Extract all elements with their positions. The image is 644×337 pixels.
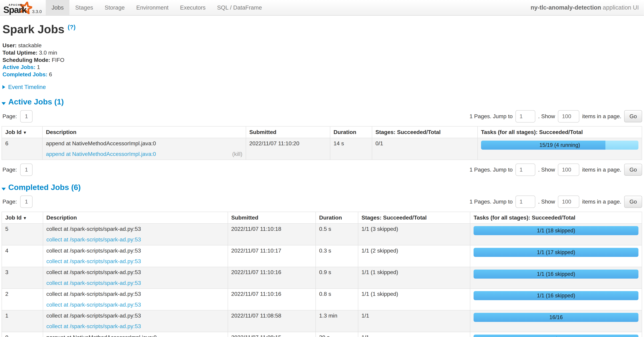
header-stages[interactable]: Stages: Succeeded/Total — [358, 212, 470, 224]
page-number-input[interactable] — [20, 110, 32, 122]
job-id-cell: 2 — [2, 289, 43, 310]
tab-executors[interactable]: Executors — [174, 0, 211, 15]
header-submitted[interactable]: Submitted — [228, 212, 316, 224]
items-per-page-input[interactable] — [558, 164, 579, 176]
jump-to-page-input[interactable] — [516, 164, 535, 176]
main-content: Spark Jobs (?) User: stackable Total Upt… — [0, 22, 644, 337]
table-row: 6 append at NativeMethodAccessorImpl.jav… — [2, 138, 642, 160]
tasks-progress-bar: 15/19 (4 running) — [481, 141, 638, 150]
active-jobs-section-toggle[interactable]: Active Jobs (1) — [2, 97, 642, 106]
jump-to-page-input[interactable] — [516, 110, 535, 122]
submitted-cell: 2022/11/07 11:08:15 — [228, 332, 316, 337]
submitted-cell: 2022/11/07 11:10:20 — [246, 138, 330, 160]
go-button[interactable]: Go — [624, 196, 642, 208]
stages-cell: 1/1 (3 skipped) — [358, 224, 470, 245]
summary-completed-jobs: Completed Jobs: 6 — [2, 71, 641, 78]
go-button[interactable]: Go — [624, 164, 642, 176]
duration-cell: 1.3 min — [316, 310, 358, 332]
event-timeline-toggle[interactable]: Event Timeline — [2, 84, 641, 90]
tasks-progress-bar: 1/1 (16 skipped) — [474, 270, 638, 279]
header-stages[interactable]: Stages: Succeeded/Total — [372, 126, 478, 138]
jump-to-page-input[interactable] — [516, 196, 535, 208]
table-row: 2 collect at /spark-scripts/spark-ad.py:… — [2, 289, 642, 310]
tab-jobs[interactable]: Jobs — [46, 0, 70, 15]
tasks-progress-bar: 1/1 — [474, 335, 638, 337]
page-number-input[interactable] — [20, 196, 32, 208]
header-description[interactable]: Description — [42, 126, 246, 138]
header-submitted[interactable]: Submitted — [246, 126, 330, 138]
kill-job-link[interactable]: (kill) — [232, 151, 242, 157]
table-header-row: Job Id▼ Description Submitted Duration S… — [2, 212, 642, 224]
completed-jobs-link[interactable]: Completed Jobs: — [2, 71, 48, 77]
tasks-cell: 1/1 (18 skipped) — [470, 224, 642, 245]
header-tasks[interactable]: Tasks (for all stages): Succeeded/Total — [470, 212, 642, 224]
sort-desc-icon: ▼ — [23, 216, 27, 220]
header-duration[interactable]: Duration — [330, 126, 372, 138]
tasks-cell: 1/1 (16 skipped) — [470, 267, 642, 289]
job-detail-link[interactable]: collect at /spark-scripts/spark-ad.py:53 — [46, 258, 141, 265]
table-row: 3 collect at /spark-scripts/spark-ad.py:… — [2, 267, 642, 289]
description-cell: collect at /spark-scripts/spark-ad.py:53… — [43, 267, 228, 289]
job-detail-link[interactable]: collect at /spark-scripts/spark-ad.py:53 — [46, 302, 141, 308]
job-detail-link[interactable]: collect at /spark-scripts/spark-ad.py:53 — [46, 280, 141, 287]
stages-cell: 1/1 (2 skipped) — [358, 245, 470, 267]
job-detail-link[interactable]: collect at /spark-scripts/spark-ad.py:53 — [46, 236, 141, 243]
tab-sql-dataframe[interactable]: SQL / DataFrame — [211, 0, 268, 15]
submitted-cell: 2022/11/07 11:10:18 — [228, 224, 316, 245]
job-id-cell: 0 — [2, 332, 43, 337]
spark-version: 3.3.0 — [32, 9, 42, 14]
description-cell: collect at /spark-scripts/spark-ad.py:53… — [43, 310, 228, 332]
tab-environment[interactable]: Environment — [130, 0, 174, 15]
tab-stages[interactable]: Stages — [70, 0, 99, 15]
summary-uptime: Total Uptime: 3.0 min — [2, 49, 641, 56]
completed-jobs-section-toggle[interactable]: Completed Jobs (6) — [2, 183, 642, 192]
pagination-bar: Page: 1 Pages. Jump to . Show items in a… — [2, 110, 642, 122]
tasks-progress-bar: 1/1 (16 skipped) — [474, 291, 638, 300]
spark-logo[interactable]: APACHE Spark 3.3.0 — [0, 0, 46, 15]
completed-jobs-table: Job Id▼ Description Submitted Duration S… — [2, 212, 642, 337]
header-description[interactable]: Description — [43, 212, 228, 224]
pages-jump-text: 1 Pages. Jump to — [470, 113, 513, 120]
table-row: 1 collect at /spark-scripts/spark-ad.py:… — [2, 310, 642, 332]
application-name: ny-tlc-anomaly-detection — [530, 4, 601, 11]
summary-active-jobs: Active Jobs: 1 — [2, 64, 641, 71]
description-cell: parquet at NativeMethodAccessorImpl.java… — [43, 332, 228, 337]
table-header-row: Job Id▼ Description Submitted Duration S… — [2, 126, 642, 138]
submitted-cell: 2022/11/07 11:08:58 — [228, 310, 316, 332]
job-id-cell: 5 — [2, 224, 43, 245]
duration-cell: 14 s — [330, 138, 372, 160]
summary-scheduling-mode: Scheduling Mode: FIFO — [2, 56, 641, 64]
tasks-cell: 1/1 — [470, 332, 642, 337]
job-detail-link[interactable]: collect at /spark-scripts/spark-ad.py:53 — [46, 323, 141, 330]
description-cell: collect at /spark-scripts/spark-ad.py:53… — [43, 224, 228, 245]
tab-storage[interactable]: Storage — [99, 0, 130, 15]
tasks-progress-bar: 1/1 (17 skipped) — [474, 248, 638, 257]
expand-arrow-icon — [2, 85, 5, 89]
stages-cell: 1/1 (1 skipped) — [358, 267, 470, 289]
header-tasks[interactable]: Tasks (for all stages): Succeeded/Total — [478, 126, 642, 138]
pagination-bar: Page: 1 Pages. Jump to . Show items in a… — [2, 164, 642, 176]
page-label: Page: — [2, 113, 17, 120]
header-job-id[interactable]: Job Id▼ — [2, 212, 43, 224]
stages-cell: 1/1 — [358, 332, 470, 337]
job-id-cell: 6 — [2, 138, 42, 160]
go-button[interactable]: Go — [624, 110, 642, 122]
duration-cell: 0.8 s — [316, 289, 358, 310]
help-icon[interactable]: (?) — [68, 24, 76, 30]
pagination-bar: Page: 1 Pages. Jump to . Show items in a… — [2, 196, 642, 208]
tasks-cell: 16/16 — [470, 310, 642, 332]
nav-tabs: Jobs Stages Storage Environment Executor… — [46, 0, 268, 15]
job-detail-link[interactable]: append at NativeMethodAccessorImpl.java:… — [46, 151, 156, 157]
page-number-input[interactable] — [20, 164, 32, 176]
header-duration[interactable]: Duration — [316, 212, 358, 224]
description-cell: collect at /spark-scripts/spark-ad.py:53… — [43, 289, 228, 310]
spark-wordmark: Spark — [3, 5, 26, 14]
header-job-id[interactable]: Job Id▼ — [2, 126, 42, 138]
items-per-page-input[interactable] — [558, 196, 579, 208]
submitted-cell: 2022/11/07 11:10:17 — [228, 245, 316, 267]
items-per-page-input[interactable] — [558, 110, 579, 122]
stages-cell: 0/1 — [372, 138, 478, 160]
active-jobs-link[interactable]: Active Jobs: — [2, 64, 36, 70]
active-jobs-table: Job Id▼ Description Submitted Duration S… — [2, 126, 642, 160]
description-cell: append at NativeMethodAccessorImpl.java:… — [42, 138, 246, 160]
